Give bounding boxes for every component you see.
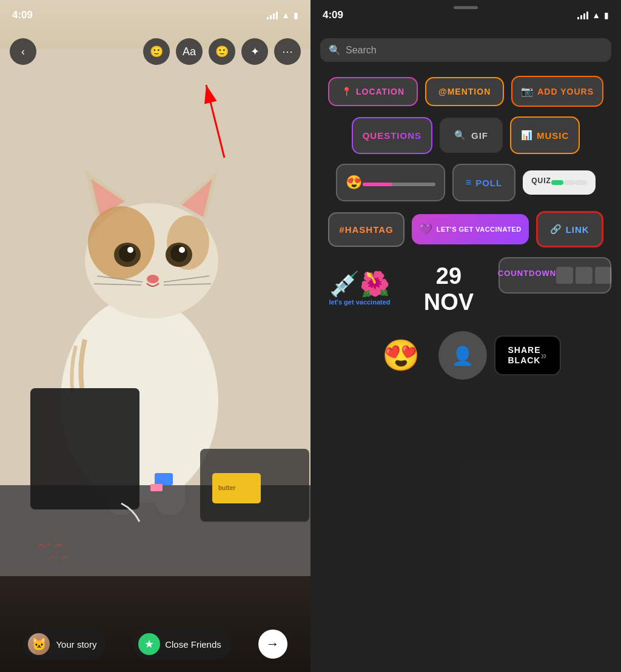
questions-label: QUESTIONS	[363, 130, 421, 141]
countdown-label: COUNTDOWN	[498, 269, 556, 278]
search-bar[interactable]: 🔍 Search	[310, 33, 621, 67]
date-label: 29 NOV	[424, 263, 474, 315]
search-input[interactable]: Search	[346, 45, 377, 56]
sparkle-icon: ✦	[250, 45, 260, 58]
vaccinated-sticker[interactable]: 💜 LET'S GET VACCINATED	[412, 214, 529, 244]
avatar: 🐱	[28, 633, 50, 655]
close-friends-button[interactable]: ★ Close Friends	[133, 628, 231, 660]
person-sticker-button[interactable]: 🙂	[143, 38, 170, 65]
circle-icon: 👤	[451, 345, 474, 366]
slider-emoji: 😍	[346, 175, 363, 190]
toolbar-left: ‹ 🙂 Aa 🙂 ✦ ⋯	[0, 33, 310, 70]
emoji-slider-sticker[interactable]: 😍	[336, 164, 445, 201]
quiz-sticker[interactable]: QUIZ	[523, 170, 596, 195]
location-label: LOCATION	[356, 87, 404, 96]
quiz-label: QUIZ	[531, 176, 551, 185]
love-eyes-emoji-icon: 😍	[382, 338, 420, 373]
back-button[interactable]: ‹	[10, 38, 36, 65]
vaccine-animated-sticker[interactable]: 💉🌺 let's get vaccinated	[320, 257, 399, 318]
status-bar-right: 4:09 ▲ ▮	[310, 0, 621, 30]
poll-sticker[interactable]: ≡ POLL	[452, 164, 515, 201]
left-panel: butter نص عربي نص آخر 4:09 ▲ ▮ ‹	[0, 0, 310, 672]
next-arrow-icon: →	[266, 636, 280, 652]
countdown-box-3	[595, 267, 612, 284]
search-icon: 🔍	[329, 44, 341, 56]
time-left: 4:09	[12, 9, 33, 21]
wifi-icon-left: ▲	[281, 10, 290, 20]
love-eyes-emoji-sticker[interactable]: 😍	[371, 331, 431, 380]
heart-icon: 💜	[419, 223, 433, 236]
toolbar-center: 🙂 Aa 🙂 ✦ ⋯	[143, 38, 301, 65]
text-button[interactable]: Aa	[176, 38, 203, 65]
sticker-row-1: 📍 LOCATION @MENTION 📷 ADD YOURS	[320, 76, 611, 107]
music-bars-icon: 📊	[521, 130, 533, 141]
mention-label: @MENTION	[438, 87, 491, 96]
circle-sticker[interactable]: 👤	[438, 331, 487, 380]
sticker-row-5: 💉🌺 let's get vaccinated 29 NOV COUNTDOWN	[320, 257, 611, 321]
sticker-row-4: #HASHTAG 💜 LET'S GET VACCINATED 🔗 LINK	[320, 211, 611, 247]
ellipsis-icon: ⋯	[282, 45, 293, 58]
location-icon: 📍	[341, 87, 352, 96]
countdown-box-1	[556, 267, 573, 284]
poll-lines-icon: ≡	[466, 177, 472, 188]
stickers-container: 📍 LOCATION @MENTION 📷 ADD YOURS QUESTION…	[310, 70, 621, 672]
wifi-icon-right: ▲	[592, 10, 600, 20]
face-effects-button[interactable]: 🙂	[209, 38, 235, 65]
search-input-wrap[interactable]: 🔍 Search	[320, 38, 611, 62]
link-label: LINK	[566, 224, 589, 235]
status-icons-left: ▲ ▮	[267, 10, 298, 20]
gif-sticker[interactable]: 🔍 GIF	[440, 118, 503, 153]
vaccine-emoji-icon: 💉🌺	[329, 270, 390, 298]
person-icon: 🙂	[150, 45, 163, 58]
link-sticker[interactable]: 🔗 LINK	[536, 211, 603, 247]
share-black-sticker[interactable]: SHAREBLACK »	[494, 335, 561, 375]
star-icon: ★	[138, 633, 160, 655]
your-story-button[interactable]: 🐱 Your story	[23, 628, 106, 660]
your-story-label: Your story	[56, 639, 96, 650]
countdown-box-2	[576, 267, 592, 284]
date-sticker[interactable]: 29 NOV	[406, 257, 491, 321]
share-black-label: SHAREBLACK	[508, 345, 540, 366]
vaccine-big-label: let's get vaccinated	[329, 298, 390, 306]
sticker-row-6: 😍 👤 SHAREBLACK »	[320, 331, 611, 380]
next-button[interactable]: →	[258, 630, 287, 659]
mention-sticker[interactable]: @MENTION	[425, 77, 504, 106]
magnify-icon: 🔍	[454, 130, 466, 141]
location-sticker[interactable]: 📍 LOCATION	[328, 77, 418, 106]
countdown-sticker[interactable]: COUNTDOWN	[498, 257, 611, 294]
battery-icon-right: ▮	[604, 10, 609, 20]
sparkle-button[interactable]: ✦	[241, 38, 268, 65]
quiz-bar-green	[551, 180, 563, 185]
quiz-bar-2	[575, 180, 587, 185]
hashtag-sticker[interactable]: #HASHTAG	[328, 212, 404, 247]
share-arrows-icon: »	[541, 349, 548, 362]
add-yours-sticker[interactable]: 📷 ADD YOURS	[511, 76, 603, 107]
quiz-bar-1	[563, 180, 576, 185]
chevron-left-icon: ‹	[21, 45, 25, 58]
close-friends-label: Close Friends	[165, 639, 221, 650]
music-label: MUSIC	[537, 130, 569, 141]
status-icons-right: ▲ ▮	[577, 10, 609, 20]
vaccinated-label: LET'S GET VACCINATED	[437, 226, 522, 233]
add-yours-label: ADD YOURS	[537, 87, 594, 96]
bottom-bar-left: 🐱 Your story ★ Close Friends →	[0, 628, 310, 660]
battery-icon-left: ▮	[294, 10, 298, 20]
signal-icon-right	[577, 11, 588, 19]
more-options-button[interactable]: ⋯	[274, 38, 301, 65]
sticker-row-2: QUESTIONS 🔍 GIF 📊 MUSIC	[320, 116, 611, 154]
countdown-boxes	[556, 267, 612, 284]
face-icon: 🙂	[215, 45, 229, 58]
music-sticker[interactable]: 📊 MUSIC	[510, 116, 580, 154]
camera-icon: 📷	[521, 86, 534, 97]
link-chain-icon: 🔗	[550, 224, 562, 235]
drag-handle	[454, 6, 478, 9]
gif-label: GIF	[471, 130, 488, 141]
status-bar-left: 4:09 ▲ ▮	[0, 0, 310, 30]
poll-label: POLL	[475, 178, 502, 188]
time-right: 4:09	[323, 9, 343, 21]
text-label: Aa	[183, 45, 196, 58]
signal-icon-left	[267, 11, 278, 19]
right-panel: 4:09 ▲ ▮ 🔍 Search 📍 LOCATION	[310, 0, 621, 672]
questions-sticker[interactable]: QUESTIONS	[352, 117, 432, 154]
slider-track	[363, 183, 435, 186]
